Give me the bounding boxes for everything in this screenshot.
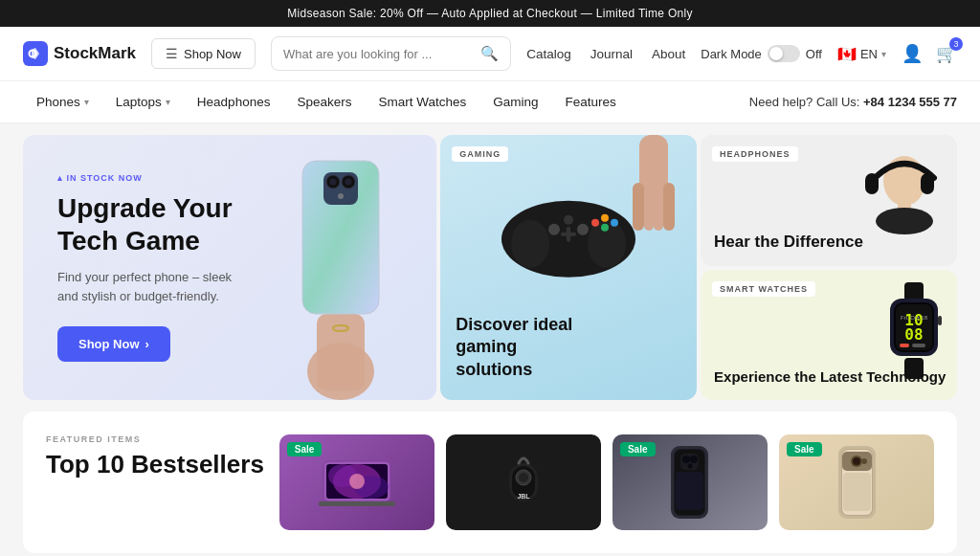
bestsellers-title: Top 10 Bestsellers (46, 450, 264, 479)
svg-point-61 (690, 456, 698, 463)
svg-point-22 (611, 219, 618, 227)
svg-point-70 (861, 458, 867, 464)
svg-rect-63 (676, 472, 703, 510)
header-nav: Catalog Journal About (526, 47, 685, 61)
product-cards-row: Sale (279, 434, 934, 530)
nav-laptops[interactable]: Laptops ▾ (102, 81, 184, 122)
svg-text:08: 08 (904, 325, 923, 344)
svg-point-19 (591, 219, 599, 227)
nav-speakers[interactable]: Speakers (283, 81, 365, 122)
svg-rect-41 (912, 344, 925, 347)
nav-phones[interactable]: Phones ▾ (23, 81, 102, 122)
header-icons: 👤 🛒 3 (902, 43, 957, 64)
svg-rect-71 (843, 473, 871, 511)
sale-badge-3: Sale (620, 442, 656, 456)
catalog-link[interactable]: Catalog (526, 47, 571, 61)
header: StockMark ☰ Shop Now 🔍 Catalog Journal A… (0, 27, 980, 81)
svg-point-14 (548, 224, 560, 235)
headphones-card: HEADPHONES Hear the Diffe (701, 135, 957, 266)
journal-link[interactable]: Journal (590, 47, 633, 61)
svg-point-20 (601, 214, 609, 222)
gaming-description: Discover ideal gaming solutions (456, 314, 572, 381)
logo[interactable]: StockMark (23, 41, 136, 66)
chevron-down-icon: ▾ (881, 49, 886, 59)
watches-tag: SMART WATCHES (712, 281, 815, 297)
svg-rect-18 (567, 227, 570, 242)
dark-mode-toggle: Dark Mode Off (701, 45, 822, 62)
hero-title: Upgrade Your Tech Game (57, 192, 247, 256)
svg-rect-25 (663, 183, 675, 231)
search-icon[interactable]: 🔍 (480, 45, 499, 62)
dark-mode-label: Dark Mode (701, 47, 762, 61)
headphones-tag: HEADPHONES (712, 146, 798, 162)
svg-rect-27 (654, 188, 663, 231)
svg-point-8 (345, 179, 352, 186)
shop-now-label: Shop Now (184, 47, 241, 61)
dark-mode-switch[interactable] (768, 45, 800, 62)
banner-text: Midseason Sale: 20% Off — Auto Applied a… (287, 7, 693, 20)
product-card-2[interactable]: JBL (446, 434, 601, 530)
cart-badge: 3 (949, 37, 963, 51)
shop-now-button[interactable]: ☰ Shop Now (151, 38, 256, 69)
product-image-2: JBL (446, 434, 601, 530)
flag-icon: 🇨🇦 (837, 45, 857, 63)
svg-text:Fri, Oct 18: Fri, Oct 18 (901, 315, 928, 321)
search-input[interactable] (283, 47, 473, 61)
nav-help: Need help? Call Us: +84 1234 555 77 (749, 95, 957, 109)
svg-point-21 (601, 224, 609, 232)
svg-point-69 (853, 457, 860, 465)
bestsellers-info: FEATURED ITEMS Top 10 Bestsellers (46, 434, 264, 479)
nav-bar: Phones ▾ Laptops ▾ Headphones Speakers S… (0, 81, 980, 123)
svg-rect-43 (938, 316, 942, 325)
hero-section: ▴ IN STOCK NOW Upgrade Your Tech Game Fi… (23, 135, 957, 400)
nav-left: Phones ▾ Laptops ▾ Headphones Speakers S… (23, 81, 630, 122)
logo-icon (23, 41, 48, 66)
product-card-3[interactable]: Sale (612, 434, 768, 530)
nav-smart-watches[interactable]: Smart Watches (365, 81, 479, 122)
top-banner: Midseason Sale: 20% Off — Auto Applied a… (0, 0, 980, 27)
svg-rect-40 (900, 344, 909, 347)
headphones-title: Hear the Difference (714, 233, 863, 252)
nav-headphones[interactable]: Headphones (184, 81, 284, 122)
product-card-4[interactable]: Sale (779, 434, 934, 530)
featured-label: FEATURED ITEMS (46, 434, 264, 444)
svg-point-60 (682, 456, 690, 463)
dark-mode-state: Off (806, 47, 822, 61)
locale-selector[interactable]: 🇨🇦 EN ▾ (837, 45, 886, 63)
hero-shop-button[interactable]: Shop Now › (57, 326, 170, 362)
svg-point-49 (349, 474, 365, 489)
nav-features[interactable]: Features (552, 81, 630, 122)
controller-illustration (492, 187, 645, 286)
svg-point-7 (330, 179, 337, 186)
svg-point-62 (688, 464, 693, 469)
toggle-knob (769, 47, 783, 60)
phone-illustration (274, 142, 408, 400)
chevron-icon: ▾ (84, 97, 89, 107)
hero-main-content: ▴ IN STOCK NOW Upgrade Your Tech Game Fi… (57, 173, 247, 362)
search-bar: 🔍 (271, 36, 511, 71)
headphone-illustration (852, 145, 947, 254)
sale-badge-1: Sale (287, 442, 323, 456)
phone-number: +84 1234 555 77 (863, 95, 957, 109)
nav-gaming[interactable]: Gaming (479, 81, 551, 122)
hero-subtitle: Find your perfect phone – sleek and styl… (57, 268, 247, 305)
hand-illustration (625, 135, 682, 254)
svg-point-54 (519, 473, 528, 482)
svg-point-30 (876, 208, 933, 234)
svg-point-15 (577, 224, 589, 235)
about-link[interactable]: About (652, 47, 685, 61)
svg-point-9 (338, 193, 344, 199)
watches-card: SMART WATCHES 10 08 Fri, Oct 18 (701, 270, 957, 401)
svg-rect-31 (865, 173, 879, 194)
cart-icon[interactable]: 🛒 3 (936, 43, 957, 64)
hero-right-col: HEADPHONES Hear the Diffe (701, 135, 957, 400)
menu-icon: ☰ (166, 46, 178, 61)
account-icon[interactable]: 👤 (902, 43, 923, 64)
product-card-1[interactable]: Sale (279, 434, 434, 530)
in-stock-label: ▴ IN STOCK NOW (57, 173, 247, 183)
svg-rect-50 (319, 501, 395, 506)
hero-main-card: ▴ IN STOCK NOW Upgrade Your Tech Game Fi… (23, 135, 436, 400)
svg-text:JBL: JBL (517, 493, 530, 500)
svg-point-12 (511, 220, 549, 268)
gaming-tag: GAMING (452, 146, 508, 162)
